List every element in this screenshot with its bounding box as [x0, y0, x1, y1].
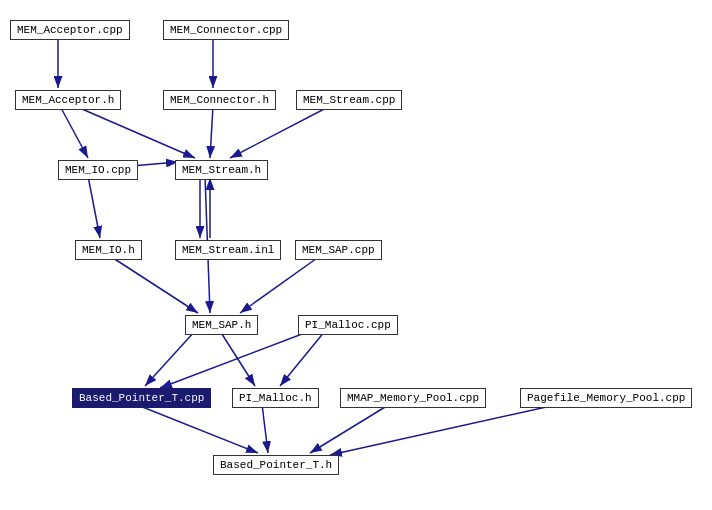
- svg-line-21: [330, 404, 560, 455]
- node-pi_malloc_h: PI_Malloc.h: [232, 388, 319, 408]
- node-mem_acceptor_h: MEM_Acceptor.h: [15, 90, 121, 110]
- node-mem_connector_cpp: MEM_Connector.cpp: [163, 20, 289, 40]
- node-pi_malloc_cpp: PI_Malloc.cpp: [298, 315, 398, 335]
- svg-line-14: [220, 331, 255, 386]
- node-mem_stream_cpp: MEM_Stream.cpp: [296, 90, 402, 110]
- node-mem_connector_h: MEM_Connector.h: [163, 90, 276, 110]
- node-based_pointer_t_h: Based_Pointer_T.h: [213, 455, 339, 475]
- node-mem_sap_cpp: MEM_SAP.cpp: [295, 240, 382, 260]
- svg-line-5: [230, 106, 330, 158]
- node-mem_io_cpp: MEM_IO.cpp: [58, 160, 138, 180]
- svg-line-4: [210, 106, 213, 158]
- node-pagefile_memory_pool_cpp: Pagefile_Memory_Pool.cpp: [520, 388, 692, 408]
- svg-line-17: [160, 331, 310, 388]
- svg-line-13: [240, 256, 320, 313]
- node-mem_stream_inl: MEM_Stream.inl: [175, 240, 281, 260]
- svg-line-15: [145, 331, 195, 386]
- svg-line-11: [110, 256, 198, 313]
- svg-line-19: [262, 404, 268, 453]
- svg-line-20: [310, 404, 390, 453]
- dependency-diagram: MEM_Acceptor.cppMEM_Connector.cppMEM_Acc…: [0, 0, 712, 510]
- svg-line-3: [75, 106, 195, 158]
- svg-line-16: [280, 331, 325, 386]
- node-mem_io_h: MEM_IO.h: [75, 240, 142, 260]
- svg-line-6: [60, 106, 88, 158]
- node-based_pointer_t_cpp: Based_Pointer_T.cpp: [72, 388, 211, 408]
- node-mmap_memory_pool_cpp: MMAP_Memory_Pool.cpp: [340, 388, 486, 408]
- node-mem_stream_h: MEM_Stream.h: [175, 160, 268, 180]
- node-mem_acceptor_cpp: MEM_Acceptor.cpp: [10, 20, 130, 40]
- svg-line-18: [135, 404, 258, 453]
- svg-line-7: [88, 176, 100, 238]
- node-mem_sap_h: MEM_SAP.h: [185, 315, 258, 335]
